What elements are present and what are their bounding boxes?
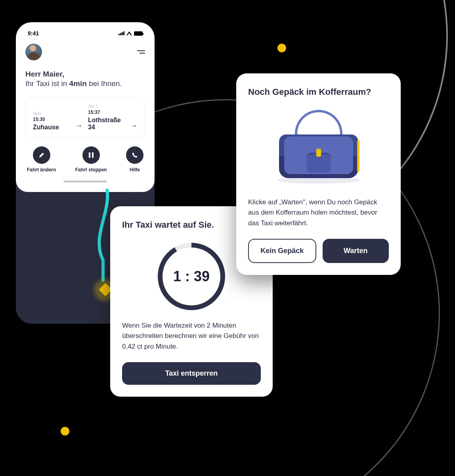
help-button[interactable]: Hilfe [126,146,143,173]
greeting: Herr Maier, [25,70,145,79]
eta-value: 4min [69,79,87,88]
bag-icon [273,108,364,188]
route-dest-label: Ziel 1 [88,104,125,109]
signal-icon [119,31,124,35]
decorative-dot [277,44,286,52]
avatar[interactable] [25,44,42,60]
phone-icon [132,152,138,158]
timer-ring: 1 : 39 [158,243,225,310]
luggage-title: Noch Gepäck im Kofferraum? [248,87,389,97]
edit-ride-label: Fahrt ändern [27,167,56,173]
luggage-body: Klicke auf „Warten", wenn Du noch Gepäck… [248,197,389,228]
arrow-right-icon: → [75,122,82,131]
unlock-taxi-button[interactable]: Taxi entsperren [122,362,261,385]
route-dest-time: 15:37 [88,109,125,115]
waiting-body: Wenn Sie die Wartezeit von 2 Minuten übe… [122,321,261,352]
menu-icon[interactable] [136,50,145,54]
eta-prefix: Ihr Taxi ist in [25,79,69,88]
timer-value: 1 : 39 [173,268,210,285]
help-label: Hilfe [130,167,140,173]
wait-button[interactable]: Warten [323,239,389,263]
wifi-icon [126,31,132,35]
edit-ride-button[interactable]: Fahrt ändern [27,146,56,173]
battery-icon [134,31,143,36]
status-bar: 9:41 [25,29,145,44]
route-start-place: Zuhause [33,124,70,131]
luggage-card: Noch Gepäck im Kofferraum? Klicke auf „W… [236,73,401,275]
pencil-icon [38,152,45,158]
route-start-label: Start [33,111,70,116]
status-time: 9:41 [28,30,39,36]
stop-ride-label: Fahrt stoppen [75,167,107,173]
phone-top-card: 9:41 Herr Maier, Ihr Taxi ist in 4min be… [16,22,155,192]
eta-suffix: bei Ihnen. [87,79,122,88]
stop-ride-button[interactable]: Fahrt stoppen [75,146,107,173]
decorative-dot [61,427,69,436]
arrow-right-icon: → [130,122,138,131]
pause-icon [89,152,94,158]
route-card[interactable]: Start 15:30 Zuhause → Ziel 1 15:37 Loths… [25,98,145,138]
route-dest-place: Lothstraße 34 [88,117,125,131]
route-start-time: 15:30 [33,117,70,122]
eta-line: Ihr Taxi ist in 4min bei Ihnen. [25,79,145,88]
no-luggage-button[interactable]: Kein Gepäck [248,239,316,263]
drag-handle[interactable] [63,180,107,182]
